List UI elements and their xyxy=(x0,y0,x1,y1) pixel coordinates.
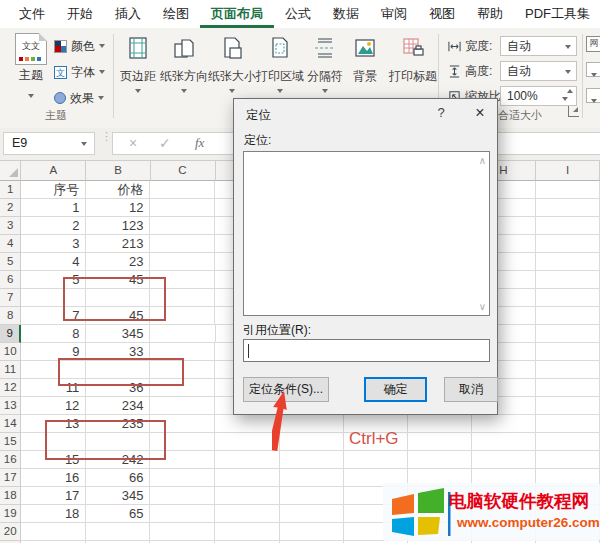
row-header-1[interactable]: 1 xyxy=(0,181,21,199)
cell-I12[interactable] xyxy=(536,379,600,397)
insert-function-icon[interactable]: fx xyxy=(195,135,204,151)
cell-I10[interactable] xyxy=(536,343,600,361)
cell-E18[interactable] xyxy=(280,487,344,505)
cell-B4[interactable]: 213 xyxy=(86,235,150,253)
cell-A3[interactable]: 2 xyxy=(21,217,86,235)
cell-D20[interactable] xyxy=(215,523,279,541)
cell-E19[interactable] xyxy=(280,505,344,523)
row-header-6[interactable]: 6 xyxy=(0,271,21,289)
scroll-down-icon[interactable]: ∨ xyxy=(479,301,486,312)
sheet-option-checkbox[interactable] xyxy=(586,62,600,77)
cell-D17[interactable] xyxy=(215,469,279,487)
cell-I1[interactable] xyxy=(536,181,600,199)
cell-I4[interactable] xyxy=(536,235,600,253)
row-header-8[interactable]: 8 xyxy=(0,307,21,325)
tab-5[interactable]: 公式 xyxy=(274,0,322,28)
cancel-icon[interactable]: × xyxy=(129,135,137,151)
reference-input[interactable] xyxy=(243,339,490,362)
tab-6[interactable]: 数据 xyxy=(322,0,370,28)
row-header-18[interactable]: 18 xyxy=(0,487,21,505)
cell-C3[interactable] xyxy=(150,217,215,235)
cell-C17[interactable] xyxy=(150,469,215,487)
cell-G16[interactable] xyxy=(408,451,472,469)
tab-8[interactable]: 视图 xyxy=(418,0,466,28)
tab-2[interactable]: 插入 xyxy=(104,0,152,28)
cell-A4[interactable]: 3 xyxy=(21,235,86,253)
cell-I7[interactable] xyxy=(536,289,600,307)
row-header-15[interactable]: 15 xyxy=(0,433,21,451)
cell-A20[interactable] xyxy=(21,523,86,541)
cell-A2[interactable]: 1 xyxy=(21,199,86,217)
row-header-20[interactable]: 20 xyxy=(0,523,21,541)
ribbon-button-0[interactable]: 页边距 xyxy=(116,34,160,93)
width-dropdown[interactable]: 自动 xyxy=(500,36,577,56)
cell-C5[interactable] xyxy=(150,253,215,271)
height-dropdown[interactable]: 自动 xyxy=(500,61,577,81)
row-header-17[interactable]: 17 xyxy=(0,469,21,487)
row-header-2[interactable]: 2 xyxy=(0,199,21,217)
cell-I6[interactable] xyxy=(536,271,600,289)
ribbon-button-4[interactable]: 分隔符 xyxy=(304,34,346,93)
cell-E17[interactable] xyxy=(280,469,344,487)
goto-listbox[interactable]: ∧ ∨ xyxy=(243,151,490,316)
scale-spinner[interactable]: 100% xyxy=(500,86,577,106)
cell-A19[interactable]: 18 xyxy=(21,505,86,523)
ribbon-button-5[interactable]: 背景 xyxy=(346,34,384,93)
cell-H14[interactable] xyxy=(472,415,536,433)
cell-B19[interactable]: 65 xyxy=(86,505,150,523)
cell-B5[interactable]: 23 xyxy=(86,253,150,271)
row-header-5[interactable]: 5 xyxy=(0,253,21,271)
cell-I8[interactable] xyxy=(536,307,600,325)
cell-H16[interactable] xyxy=(472,451,536,469)
tab-10[interactable]: PDF工具集 xyxy=(514,0,600,28)
cell-A9[interactable]: 8 xyxy=(21,325,86,343)
column-header-A[interactable]: A xyxy=(21,161,86,181)
spinner-arrows-icon[interactable] xyxy=(567,89,573,93)
column-header-I[interactable]: I xyxy=(536,161,600,181)
ribbon-button-3[interactable]: 打印区域 xyxy=(256,34,304,93)
row-header-13[interactable]: 13 xyxy=(0,397,21,415)
cell-B17[interactable]: 66 xyxy=(86,469,150,487)
cell-C2[interactable] xyxy=(150,199,215,217)
cell-A5[interactable]: 4 xyxy=(21,253,86,271)
cell-G14[interactable] xyxy=(408,415,472,433)
cell-A1[interactable]: 序号 xyxy=(21,181,86,199)
cell-C1[interactable] xyxy=(150,181,215,199)
cell-D14[interactable] xyxy=(215,415,279,433)
enter-icon[interactable]: ✓ xyxy=(159,135,171,151)
tab-4[interactable]: 页面布局 xyxy=(200,0,274,28)
ribbon-button-6[interactable]: 打印标题 xyxy=(384,34,442,93)
cell-I5[interactable] xyxy=(536,253,600,271)
select-all-corner[interactable] xyxy=(0,161,21,181)
cell-B13[interactable]: 234 xyxy=(86,397,150,415)
cell-B3[interactable]: 123 xyxy=(86,217,150,235)
dialog-launcher-icon[interactable] xyxy=(568,106,579,117)
cell-B18[interactable]: 345 xyxy=(86,487,150,505)
tab-7[interactable]: 审阅 xyxy=(370,0,418,28)
cell-D18[interactable] xyxy=(215,487,279,505)
cell-A13[interactable]: 12 xyxy=(21,397,86,415)
cell-I14[interactable] xyxy=(536,415,600,433)
cell-H15[interactable] xyxy=(472,433,536,451)
ok-button[interactable]: 确定 xyxy=(364,377,427,402)
cell-D15[interactable] xyxy=(215,433,279,451)
themes-button[interactable]: 文文 主题 xyxy=(10,33,52,102)
row-header-16[interactable]: 16 xyxy=(0,451,21,469)
row-header-11[interactable]: 11 xyxy=(0,361,21,379)
cell-B1[interactable]: 价格 xyxy=(86,181,150,199)
cell-C4[interactable] xyxy=(150,235,215,253)
cell-C13[interactable] xyxy=(150,397,215,415)
cell-E20[interactable] xyxy=(280,523,344,541)
cell-I3[interactable] xyxy=(536,217,600,235)
effects-button[interactable]: 效果 xyxy=(54,88,112,108)
cell-I11[interactable] xyxy=(536,361,600,379)
help-icon[interactable]: ? xyxy=(430,105,452,123)
row-header-4[interactable]: 4 xyxy=(0,235,21,253)
row-header-12[interactable]: 12 xyxy=(0,379,21,397)
fonts-button[interactable]: 文 字体 xyxy=(54,62,112,82)
name-box[interactable]: E9 xyxy=(3,132,95,155)
cell-F16[interactable] xyxy=(344,451,408,469)
column-header-C[interactable]: C xyxy=(151,161,216,181)
cell-C19[interactable] xyxy=(150,505,215,523)
ribbon-button-1[interactable]: 纸张方向 xyxy=(160,34,208,93)
